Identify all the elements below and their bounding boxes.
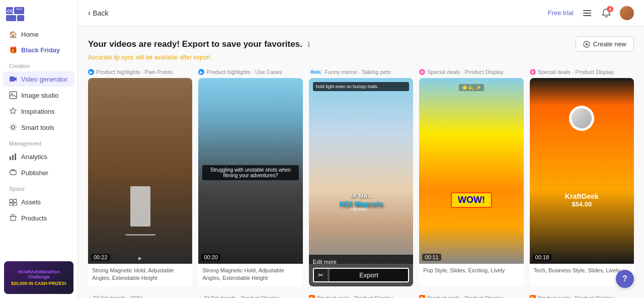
- sidebar-item-video-generator[interactable]: Video generator: [3, 71, 74, 87]
- col3-type-label: Funny meme · Talking pets: [325, 69, 390, 75]
- products-label: Products: [21, 214, 47, 222]
- video-generator-icon: [9, 75, 17, 83]
- reel-icon-1: ▶: [309, 295, 315, 299]
- svg-rect-17: [14, 203, 17, 206]
- row2-col5-header: ▶ Product reels · Product Display: [530, 294, 634, 299]
- col4-type-label: Special deals · Product Display: [427, 69, 504, 75]
- main-content: ‹ Back Free trial 4 Your videos are read…: [78, 0, 644, 298]
- beta-badge: Beta: [309, 69, 323, 75]
- svg-rect-15: [14, 199, 17, 202]
- bf-banner-line2: $20,000 IN CASH PRIZES!: [8, 281, 69, 286]
- scissors-icon: ✂: [318, 271, 324, 279]
- svg-rect-16: [10, 203, 13, 206]
- inspirations-label: Inspirations: [21, 108, 54, 115]
- row1-col4-header: ♥ Special deals · Product Display: [419, 69, 523, 75]
- row2-col4-label: Product reels · Product Display: [427, 295, 503, 299]
- page-title-container: Your videos are ready! Export to save yo…: [88, 39, 310, 49]
- black-friday-banner[interactable]: #KraftAdsMarathon Challenge $20,000 IN C…: [4, 261, 73, 294]
- video-card-1[interactable]: ▶ 00:22 Strong Magnetic Hold, Adjustable…: [88, 78, 192, 286]
- col5-type-label: Special deals · Product Display: [538, 69, 614, 75]
- sidebar-item-black-friday[interactable]: 🎁 Black Friday: [3, 43, 74, 57]
- svg-rect-3: [17, 15, 24, 21]
- scissors-button[interactable]: ✂: [314, 269, 328, 281]
- row2-col2-header: ♪ TikTok trends · Product Display: [198, 294, 302, 299]
- assets-label: Assets: [21, 198, 41, 206]
- sidebar-item-assets[interactable]: Assets: [3, 194, 74, 209]
- sidebar-item-image-studio[interactable]: Image studio: [3, 88, 74, 103]
- video-info-2: Strong Magnetic Hold, Adjustable Angles,…: [198, 264, 302, 286]
- sidebar-item-publisher[interactable]: Publisher: [3, 165, 74, 180]
- create-new-label: Create new: [593, 40, 626, 48]
- thumb-4: 🌟 💫 ✨ WOW! 00:11: [419, 78, 523, 264]
- menu-icon[interactable]: [582, 8, 593, 19]
- export-overlay: Edit more ✂ Export: [309, 255, 413, 286]
- col2-type-icon: ▶: [198, 69, 204, 75]
- col5-type-icon: ♥: [530, 69, 536, 75]
- title-row: Your videos are ready! Export to save yo…: [88, 36, 634, 52]
- svg-rect-19: [583, 13, 591, 14]
- row2-col1-header: ♪ TikTok trends · POV: [88, 294, 192, 299]
- home-label: Home: [21, 31, 39, 38]
- svg-point-8: [11, 93, 13, 95]
- back-label: Back: [93, 9, 108, 17]
- create-new-button[interactable]: Create new: [576, 36, 634, 52]
- row2-headers: ♪ TikTok trends · POV ♪ TikTok trends · …: [88, 294, 634, 299]
- video-card-4[interactable]: 🌟 💫 ✨ WOW! 00:11 Pop Style, Slides, Exci…: [419, 78, 523, 286]
- page-title: Your videos are ready! Export to save yo…: [88, 39, 302, 49]
- svg-rect-20: [583, 15, 591, 16]
- info-icon[interactable]: ℹ: [307, 40, 310, 48]
- video-card-3[interactable]: hold tight even on bumpy trails. N52 Mag…: [309, 78, 413, 286]
- creation-section-label: Creation: [0, 58, 77, 71]
- thumb-1: ▶ 00:22: [88, 78, 192, 264]
- caption-2: Struggling with unstable shots when film…: [202, 165, 298, 180]
- back-button[interactable]: ‹ Back: [88, 9, 108, 18]
- user-avatar[interactable]: [620, 6, 634, 20]
- sidebar-item-inspirations[interactable]: Inspirations: [3, 104, 74, 119]
- notification-icon[interactable]: 4: [601, 8, 612, 19]
- kraft-name: KraftGeek: [530, 192, 634, 200]
- bf-banner-line1: #KraftAdsMarathon Challenge: [8, 269, 69, 279]
- header-left: ‹ Back: [88, 9, 108, 18]
- sidebar-item-home[interactable]: 🏠 Home: [3, 27, 74, 42]
- reel-icon-3: ▶: [530, 295, 536, 299]
- edit-more-label: Edit more: [313, 259, 409, 265]
- sidebar-item-smart-tools[interactable]: Smart tools: [3, 120, 74, 135]
- thumb-3: hold tight even on bumpy trails. N52 Mag…: [309, 78, 413, 264]
- thumb-text-3c: Adjustabl...: [309, 206, 413, 211]
- products-icon: [9, 214, 17, 222]
- duration-2: 00:20: [201, 254, 220, 261]
- sidebar-item-products[interactable]: Products: [3, 210, 74, 226]
- notification-badge: 4: [607, 6, 613, 12]
- sidebar: CC 🏠 Home 🎁 Black Friday Creation Video …: [0, 0, 78, 298]
- help-button[interactable]: ?: [616, 270, 634, 288]
- sidebar-item-analytics[interactable]: Analytics: [3, 149, 74, 164]
- col1-type-icon: ▶: [88, 69, 94, 75]
- gift-icon: 🎁: [9, 46, 17, 54]
- header: ‹ Back Free trial 4: [78, 0, 644, 26]
- publisher-label: Publisher: [21, 169, 48, 177]
- smart-tools-label: Smart tools: [21, 124, 54, 131]
- reel-icon-2: ▶: [419, 295, 425, 299]
- svg-rect-10: [10, 157, 11, 160]
- image-studio-label: Image studio: [21, 92, 58, 99]
- row2-col1-label: TikTok trends · POV: [93, 295, 142, 299]
- svg-rect-18: [583, 10, 591, 11]
- svg-rect-11: [12, 155, 14, 160]
- col1-type-label: Product highlights · Pain Points: [96, 69, 173, 75]
- svg-rect-7: [10, 92, 17, 99]
- row1-col3-header: Beta Funny meme · Talking pets: [309, 69, 413, 75]
- video-card-5[interactable]: KraftGeek $54.00 00:18 Tech, Business St…: [530, 78, 634, 286]
- col4-type-icon: ♥: [419, 69, 425, 75]
- row1-col2-header: ▶ Product highlights · Use Cases: [198, 69, 302, 75]
- duration-1: 00:22: [91, 254, 110, 261]
- export-button[interactable]: Export: [330, 269, 408, 281]
- publisher-icon: [9, 169, 17, 177]
- image-studio-icon: [9, 91, 17, 99]
- thumb-5: KraftGeek $54.00 00:18: [530, 78, 634, 264]
- svg-rect-2: [6, 15, 16, 21]
- management-section-label: Management: [0, 135, 77, 148]
- free-trial-button[interactable]: Free trial: [548, 9, 574, 17]
- video-card-2[interactable]: Struggling with unstable shots when film…: [198, 78, 302, 286]
- row2-col3-label: Product reels · Product Display: [317, 295, 393, 299]
- row1-videos: ▶ 00:22 Strong Magnetic Hold, Adjustable…: [88, 78, 634, 286]
